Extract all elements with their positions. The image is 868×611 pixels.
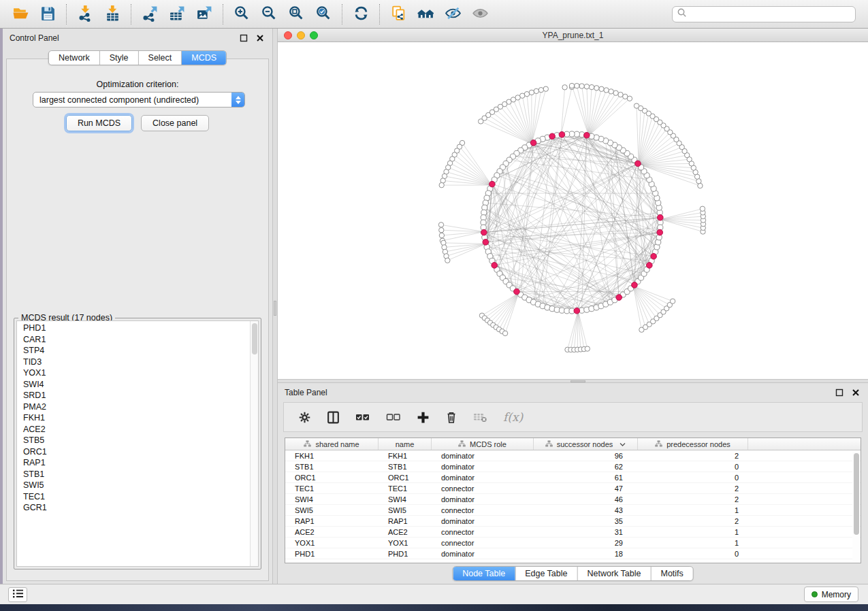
cell[interactable]: 0 — [638, 548, 748, 559]
network-canvas[interactable] — [278, 42, 868, 379]
cell[interactable]: 47 — [534, 483, 638, 493]
cell[interactable]: 31 — [534, 527, 638, 537]
zoom-out-button[interactable] — [255, 2, 283, 27]
import-network-button[interactable] — [71, 2, 99, 27]
run-mcds-button[interactable]: Run MCDS — [66, 115, 132, 131]
hide-selected-button[interactable] — [439, 2, 466, 27]
column-header-shared-name[interactable]: shared name — [285, 438, 379, 450]
cell[interactable]: TEC1 — [379, 483, 432, 493]
cell[interactable]: SWI4 — [285, 494, 379, 504]
cell[interactable]: YOX1 — [285, 538, 379, 548]
cell[interactable]: dominator — [432, 548, 534, 559]
cell[interactable]: STB1 — [379, 461, 432, 472]
splitter-handle[interactable] — [570, 380, 585, 382]
column-header-successor-nodes[interactable]: successor nodes — [534, 438, 638, 450]
cell[interactable]: 2 — [638, 450, 748, 461]
cell[interactable]: 0 — [638, 472, 748, 482]
result-node-item[interactable]: SWI4 — [17, 379, 249, 391]
delete-row-icon[interactable] — [445, 410, 458, 425]
cell[interactable]: 46 — [534, 494, 638, 504]
close-panel-icon[interactable] — [255, 33, 266, 44]
table-row[interactable]: FKH1FKH1dominator962 — [285, 450, 861, 461]
tab-mcds[interactable]: MCDS — [181, 51, 226, 65]
cell[interactable]: ACE2 — [285, 527, 379, 537]
zoom-fit-button[interactable] — [283, 2, 310, 27]
cell[interactable]: dominator — [432, 472, 534, 482]
tab-motifs[interactable]: Motifs — [650, 567, 692, 580]
cell[interactable]: 0 — [638, 461, 748, 472]
zoom-selected-button[interactable] — [310, 2, 337, 27]
export-image-button[interactable] — [191, 2, 218, 27]
cell[interactable]: 61 — [534, 472, 638, 482]
cell[interactable]: FKH1 — [285, 450, 379, 461]
table-row[interactable]: SWI5SWI5connector431 — [285, 505, 861, 516]
cell[interactable]: 35 — [534, 516, 638, 526]
tab-node-table[interactable]: Node Table — [453, 567, 515, 580]
cell[interactable]: ORC1 — [285, 472, 379, 482]
cell[interactable]: ORC1 — [379, 472, 432, 482]
tab-select[interactable]: Select — [138, 51, 182, 65]
result-node-item[interactable]: PHD1 — [17, 323, 249, 334]
cell[interactable]: RAP1 — [379, 516, 432, 526]
tab-style[interactable]: Style — [99, 51, 138, 65]
float-panel-icon[interactable] — [238, 33, 249, 44]
column-header-name[interactable]: name — [379, 438, 432, 450]
column-header-MCDS-role[interactable]: MCDS role — [432, 438, 534, 450]
cell[interactable]: 96 — [534, 450, 638, 461]
table-scrollbar[interactable] — [852, 451, 860, 562]
show-columns-icon[interactable] — [326, 410, 340, 425]
tab-edge-table[interactable]: Edge Table — [515, 567, 577, 580]
cell[interactable]: 2 — [638, 516, 748, 526]
cell[interactable]: 1 — [638, 505, 748, 515]
result-node-item[interactable]: STB1 — [17, 469, 249, 480]
network-graph[interactable] — [278, 42, 868, 379]
result-node-item[interactable]: ORC1 — [17, 446, 249, 458]
table-row[interactable]: STB1STB1dominator620 — [285, 461, 861, 472]
cell[interactable]: dominator — [432, 461, 534, 472]
open-folder-button[interactable] — [7, 2, 34, 27]
table-row[interactable]: PHD1PHD1dominator180 — [285, 548, 861, 559]
cell[interactable]: 2 — [638, 494, 748, 504]
cell[interactable]: SWI4 — [379, 494, 432, 504]
cell[interactable]: 2 — [638, 483, 748, 493]
cell[interactable]: FKH1 — [379, 450, 432, 461]
cell[interactable]: ACE2 — [379, 527, 432, 537]
cell[interactable]: dominator — [432, 494, 534, 504]
add-row-icon[interactable] — [416, 410, 430, 425]
export-table-button[interactable] — [163, 2, 191, 27]
automation-panel-button[interactable] — [8, 587, 27, 602]
show-all-button[interactable] — [466, 2, 494, 27]
table-row[interactable]: ACE2ACE2connector311 — [285, 527, 861, 538]
cell[interactable]: connector — [432, 527, 534, 537]
float-panel-icon[interactable] — [834, 387, 845, 398]
result-node-item[interactable]: ACE2 — [17, 424, 249, 435]
criterion-dropdown[interactable]: largest connected component (undirected) — [33, 92, 245, 108]
table-row[interactable]: ORC1ORC1dominator610 — [285, 472, 861, 483]
result-node-item[interactable]: PMA2 — [17, 401, 249, 413]
search-input[interactable] — [688, 7, 855, 21]
cell[interactable]: YOX1 — [379, 538, 432, 548]
table-options-icon[interactable] — [298, 410, 312, 425]
cell[interactable]: STB1 — [285, 461, 379, 472]
cell[interactable]: PHD1 — [379, 548, 432, 559]
tab-network[interactable]: Network — [49, 51, 99, 65]
result-node-item[interactable]: RAP1 — [17, 457, 249, 469]
table-row[interactable]: YOX1YOX1connector291 — [285, 538, 861, 548]
search-box[interactable] — [672, 6, 856, 22]
result-node-item[interactable]: CAR1 — [17, 334, 249, 346]
cell[interactable]: RAP1 — [285, 516, 379, 526]
node-table[interactable]: shared namenameMCDS rolesuccessor nodesp… — [285, 437, 861, 563]
cell[interactable]: connector — [432, 538, 534, 548]
tab-network-table[interactable]: Network Table — [577, 567, 651, 580]
result-node-item[interactable]: SWI5 — [17, 480, 249, 491]
cell[interactable]: connector — [432, 483, 534, 493]
result-node-item[interactable]: FKH1 — [17, 412, 249, 424]
vertical-splitter[interactable] — [272, 29, 278, 584]
result-node-item[interactable]: YOX1 — [17, 367, 249, 379]
cell[interactable]: TEC1 — [285, 483, 379, 493]
first-neighbors-button[interactable] — [412, 2, 439, 27]
cell[interactable]: 1 — [638, 527, 748, 537]
splitter-handle[interactable] — [274, 301, 276, 316]
result-node-item[interactable]: TID3 — [17, 357, 249, 368]
result-node-item[interactable]: SRD1 — [17, 390, 249, 401]
